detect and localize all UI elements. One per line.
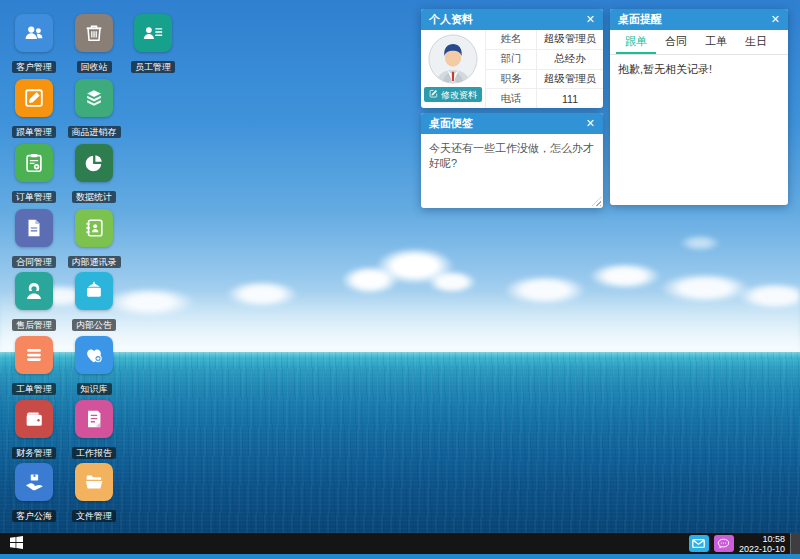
shortcut-label: 内部公告: [72, 319, 116, 331]
field-value: 超级管理员: [537, 70, 603, 89]
note-panel: 桌面便签 ✕ 今天还有一些工作没做，怎么办才好呢?: [421, 113, 603, 208]
desktop-shortcut-contracts[interactable]: 合同管理: [6, 209, 62, 269]
resize-handle-icon[interactable]: [592, 197, 601, 206]
desktop-shortcut-knowledge-base[interactable]: 知识库: [66, 336, 122, 396]
note-content[interactable]: 今天还有一些工作没做，怎么办才好呢?: [421, 134, 603, 178]
desktop-shortcut-reports[interactable]: 工作报告: [66, 400, 122, 460]
edit-profile-label: 修改资料: [441, 88, 477, 102]
desktop-shortcut-work-orders[interactable]: 工单管理: [6, 336, 62, 396]
note-panel-header[interactable]: 桌面便签 ✕: [421, 113, 603, 134]
recycle-bin-icon: [75, 14, 113, 52]
reminder-tabs: 跟单 合同 工单 生日: [610, 30, 788, 55]
table-row: 电话 111: [486, 89, 603, 108]
inventory-icon: [75, 79, 113, 117]
desktop-shortcut-public-pool[interactable]: 客户公海: [6, 463, 62, 523]
after-sales-icon: [15, 272, 53, 310]
close-icon[interactable]: ✕: [771, 14, 780, 25]
desktop-shortcut-finance[interactable]: 财务管理: [6, 400, 62, 460]
shortcut-label: 知识库: [77, 383, 112, 395]
field-value: 111: [537, 89, 603, 108]
reminder-panel-title: 桌面提醒: [618, 12, 771, 27]
clock-date: 2022-10-10: [739, 544, 785, 554]
profile-panel-body: 修改资料 姓名 超级管理员 部门 总经办 职务 超级管理员 电话 1: [421, 30, 603, 108]
field-label: 部门: [486, 50, 537, 69]
knowledge-base-icon: [75, 336, 113, 374]
work-order-icon: [15, 336, 53, 374]
chat-icon: [717, 535, 730, 553]
shortcut-label: 内部通讯录: [68, 256, 121, 268]
reminder-empty-message: 抱歉,暂无相关记录!: [610, 55, 788, 84]
field-value: 总经办: [537, 50, 603, 69]
tab-follow-up[interactable]: 跟单: [616, 30, 656, 54]
desktop-shortcut-contacts[interactable]: 内部通讯录: [66, 209, 122, 269]
show-desktop-button[interactable]: [790, 533, 800, 554]
shortcut-label: 回收站: [77, 61, 112, 73]
tab-work-order[interactable]: 工单: [696, 30, 736, 54]
clock-time: 10:58: [739, 534, 785, 544]
table-row: 部门 总经办: [486, 50, 603, 70]
tab-birthday[interactable]: 生日: [736, 30, 776, 54]
avatar: [428, 34, 478, 84]
order-icon: [15, 144, 53, 182]
shortcut-label: 财务管理: [12, 447, 56, 459]
note-panel-title: 桌面便签: [429, 116, 586, 131]
desktop-shortcut-files[interactable]: 文件管理: [66, 463, 122, 523]
shortcut-label: 跟单管理: [12, 126, 56, 138]
contract-icon: [15, 209, 53, 247]
desktop-shortcut-statistics[interactable]: 数据统计: [66, 144, 122, 204]
field-label: 电话: [486, 89, 537, 108]
mail-icon: [692, 535, 705, 553]
employee-icon: [134, 14, 172, 52]
table-row: 姓名 超级管理员: [486, 30, 603, 50]
shortcut-label: 工单管理: [12, 383, 56, 395]
desktop-shortcut-recycle-bin[interactable]: 回收站: [66, 14, 122, 74]
finance-icon: [15, 400, 53, 438]
desktop-shortcut-announcements[interactable]: 内部公告: [66, 272, 122, 332]
public-pool-icon: [15, 463, 53, 501]
shortcut-label: 商品进销存: [68, 126, 121, 138]
report-icon: [75, 400, 113, 438]
desktop-shortcut-customers[interactable]: 客户管理: [6, 14, 62, 74]
bottom-edge-strip: [0, 554, 800, 559]
field-label: 职务: [486, 70, 537, 89]
close-icon[interactable]: ✕: [586, 118, 595, 129]
shortcut-label: 合同管理: [12, 256, 56, 268]
profile-panel-title: 个人资料: [429, 12, 586, 27]
reminder-panel: 桌面提醒 ✕ 跟单 合同 工单 生日 抱歉,暂无相关记录!: [610, 9, 788, 205]
edit-icon: [429, 88, 438, 102]
desktop-shortcut-employees[interactable]: 员工管理: [125, 14, 181, 74]
shortcut-label: 工作报告: [72, 447, 116, 459]
reminder-panel-header[interactable]: 桌面提醒 ✕: [610, 9, 788, 30]
taskbar-clock: 10:58 2022-10-10: [739, 534, 785, 554]
taskbar: 10:58 2022-10-10: [0, 533, 800, 554]
table-row: 职务 超级管理员: [486, 70, 603, 90]
desktop: 客户管理 回收站 员工管理 跟单管理 商品进销存: [0, 0, 800, 559]
customers-icon: [15, 14, 53, 52]
follow-up-icon: [15, 79, 53, 117]
profile-panel-header[interactable]: 个人资料 ✕: [421, 9, 603, 30]
start-button[interactable]: [0, 533, 32, 554]
profile-panel: 个人资料 ✕: [421, 9, 603, 108]
contacts-icon: [75, 209, 113, 247]
desktop-shortcut-orders[interactable]: 订单管理: [6, 144, 62, 204]
desktop-shortcut-follow-up[interactable]: 跟单管理: [6, 79, 62, 139]
tab-contract[interactable]: 合同: [656, 30, 696, 54]
edit-profile-button[interactable]: 修改资料: [424, 87, 482, 102]
shortcut-label: 客户管理: [12, 61, 56, 73]
shortcut-label: 员工管理: [131, 61, 175, 73]
desktop-shortcut-inventory[interactable]: 商品进销存: [66, 79, 122, 139]
mail-tray-button[interactable]: [689, 535, 709, 552]
close-icon[interactable]: ✕: [586, 14, 595, 25]
desktop-shortcut-after-sales[interactable]: 售后管理: [6, 272, 62, 332]
field-value: 超级管理员: [537, 30, 603, 49]
statistics-icon: [75, 144, 113, 182]
shortcut-label: 订单管理: [12, 191, 56, 203]
chat-tray-button[interactable]: [714, 535, 734, 552]
profile-table: 姓名 超级管理员 部门 总经办 职务 超级管理员 电话 111: [485, 30, 603, 108]
shortcut-label: 售后管理: [12, 319, 56, 331]
field-label: 姓名: [486, 30, 537, 49]
windows-logo-icon: [10, 535, 23, 553]
file-icon: [75, 463, 113, 501]
shortcut-label: 客户公海: [12, 510, 56, 522]
shortcut-label: 文件管理: [72, 510, 116, 522]
